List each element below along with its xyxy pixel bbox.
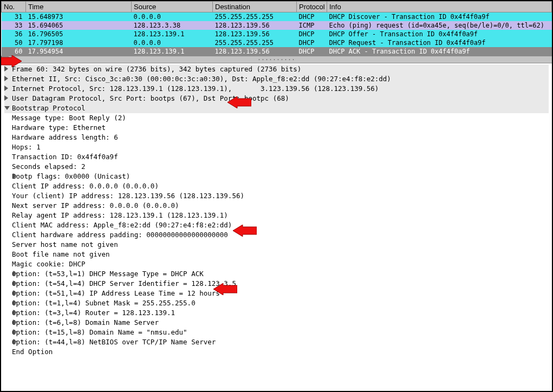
packet-cell-proto: ICMP	[297, 21, 327, 30]
packet-cell-info: DHCP Request - Transaction ID 0x4f4f0a9f	[327, 38, 552, 47]
packet-row[interactable]: 3616.796505128.123.139.1128.123.139.56DH…	[2, 30, 552, 38]
detail-field-text: Option: (t=54,l=4) DHCP Server Identifie…	[12, 279, 236, 288]
detail-field[interactable]: Option: (t=51,l=4) IP Address Lease Time…	[4, 289, 549, 298]
packet-cell-info: DHCP ACK - Transaction ID 0x4f4f0a9f	[327, 47, 552, 56]
detail-field-text: Client MAC address: Apple_f8:e2:dd (90:2…	[12, 221, 232, 229]
col-header-time[interactable]: Time	[26, 2, 132, 12]
expand-icon[interactable]	[13, 319, 18, 325]
packet-cell-time: 17.954954	[26, 47, 132, 56]
detail-field: Seconds elapsed: 2	[4, 162, 549, 172]
detail-field[interactable]: Option: (t=3,l=4) Router = 128.123.139.1	[4, 308, 549, 318]
packet-cell-time: 15.694065	[26, 21, 132, 30]
col-header-no[interactable]: No.	[2, 2, 26, 12]
expand-icon[interactable]	[13, 339, 18, 344]
detail-field-text: Option: (t=6,l=8) Domain Name Server	[12, 318, 159, 326]
col-header-info[interactable]: Info	[327, 2, 552, 12]
detail-bootp[interactable]: Bootstrap Protocol	[4, 103, 549, 113]
detail-field: Server host name not given	[4, 240, 549, 250]
detail-field[interactable]: Option: (t=54,l=4) DHCP Server Identifie…	[4, 279, 549, 289]
packet-cell-no: 36	[2, 30, 26, 38]
packet-cell-proto: DHCP	[297, 30, 327, 38]
expand-icon[interactable]	[13, 310, 18, 315]
detail-field-text: Transaction ID: 0x4f4f0a9f	[12, 153, 118, 161]
detail-field-text: Option: (t=44,l=8) NetBIOS over TCP/IP N…	[12, 338, 216, 346]
col-header-source[interactable]: Source	[132, 2, 213, 12]
packet-cell-src: 128.123.139.1	[132, 47, 213, 56]
detail-field[interactable]: Option: (t=6,l=8) Domain Name Server	[4, 318, 549, 328]
packet-cell-time: 15.648973	[26, 12, 132, 22]
expand-icon[interactable]	[13, 329, 18, 335]
expand-icon[interactable]	[13, 280, 18, 286]
detail-field-text: Seconds elapsed: 2	[12, 162, 85, 171]
expand-icon[interactable]	[4, 66, 10, 71]
detail-field-text: Your (client) IP address: 128.123.139.56…	[12, 192, 244, 200]
detail-field[interactable]: Option: (t=53,l=1) DHCP Message Type = D…	[4, 269, 549, 279]
detail-field: Hardware type: Ethernet	[4, 123, 549, 133]
detail-field[interactable]: Option: (t=44,l=8) NetBIOS over TCP/IP N…	[4, 337, 549, 347]
detail-field-text: Client hardware address padding: 0000000…	[12, 231, 228, 239]
detail-field: End Option	[4, 347, 549, 357]
col-header-protocol[interactable]: Protocol	[297, 2, 327, 12]
expand-icon[interactable]	[13, 300, 18, 305]
detail-field-text: Magic cookie: DHCP	[12, 260, 85, 268]
expand-icon[interactable]	[4, 86, 10, 91]
detail-field-text: Server host name not given	[12, 240, 118, 249]
detail-field: Client IP address: 0.0.0.0 (0.0.0.0)	[4, 181, 549, 191]
packet-cell-proto: DHCP	[297, 12, 327, 22]
detail-field: Client MAC address: Apple_f8:e2:dd (90:2…	[4, 220, 549, 230]
detail-udp[interactable]: User Datagram Protocol, Src Port: bootps…	[4, 94, 549, 103]
pane-resize-grip[interactable]: ··········	[257, 57, 295, 63]
packet-details-pane: Frame 60: 342 bytes on wire (2736 bits),…	[1, 63, 552, 359]
detail-field-text: Relay agent IP address: 128.123.139.1 (1…	[12, 211, 228, 219]
packet-row[interactable]: 5017.7971980.0.0.0255.255.255.255DHCPDHC…	[2, 38, 552, 47]
packet-cell-src: 128.123.139.1	[132, 30, 213, 38]
packet-cell-time: 17.797198	[26, 38, 132, 47]
packet-cell-no: 33	[2, 21, 26, 30]
horizontal-scrollbar[interactable]: ··········	[1, 56, 552, 63]
expand-icon[interactable]	[13, 290, 18, 296]
detail-field: Client hardware address padding: 0000000…	[4, 230, 549, 240]
packet-row[interactable]: 3315.694065128.123.3.38128.123.139.56ICM…	[2, 21, 552, 30]
expand-icon[interactable]	[4, 76, 10, 81]
col-header-destination[interactable]: Destination	[213, 2, 297, 12]
packet-cell-no: 31	[2, 12, 26, 22]
detail-frame[interactable]: Frame 60: 342 bytes on wire (2736 bits),…	[4, 64, 549, 74]
detail-field[interactable]: Option: (t=15,l=8) Domain Name = "nmsu.e…	[4, 328, 549, 337]
expand-icon[interactable]	[13, 173, 18, 179]
detail-field[interactable]: Bootp flags: 0x0000 (Unicast)	[4, 172, 549, 181]
packet-list-header: No. Time Source Destination Protocol Inf…	[2, 2, 552, 12]
packet-cell-src: 0.0.0.0	[132, 12, 213, 22]
packet-cell-info: DHCP Discover - Transaction ID 0x4f4f0a9…	[327, 12, 552, 22]
detail-ip[interactable]: Internet Protocol, Src: 128.123.139.1 (1…	[4, 84, 549, 94]
packet-list-body: 3115.6489730.0.0.0255.255.255.255DHCPDHC…	[2, 12, 552, 56]
packet-cell-src: 128.123.3.38	[132, 21, 213, 30]
detail-field: Boot file name not given	[4, 250, 549, 259]
packet-row[interactable]: 3115.6489730.0.0.0255.255.255.255DHCPDHC…	[2, 12, 552, 22]
detail-field-text: End Option	[12, 348, 53, 356]
detail-field-text: Option: (t=3,l=4) Router = 128.123.139.1	[12, 309, 175, 317]
detail-field: Hops: 1	[4, 142, 549, 152]
expand-icon[interactable]	[13, 271, 18, 276]
collapse-icon[interactable]	[4, 105, 10, 110]
packet-cell-src: 0.0.0.0	[132, 38, 213, 47]
detail-field[interactable]: Option: (t=1,l=4) Subnet Mask = 255.255.…	[4, 298, 549, 308]
packet-cell-proto: DHCP	[297, 47, 327, 56]
packet-cell-dst: 255.255.255.255	[213, 38, 297, 47]
detail-field: Your (client) IP address: 128.123.139.56…	[4, 191, 549, 201]
detail-field-text: Hops: 1	[12, 143, 41, 151]
detail-field: Next server IP address: 0.0.0.0 (0.0.0.0…	[4, 201, 549, 211]
expand-icon[interactable]	[4, 95, 10, 101]
packet-list-table: No. Time Source Destination Protocol Inf…	[1, 1, 552, 56]
detail-field-text: Option: (t=15,l=8) Domain Name = "nmsu.e…	[12, 328, 187, 336]
detail-field-text: Boot file name not given	[12, 250, 110, 258]
scroll-left-button[interactable]	[1, 56, 9, 63]
detail-ethernet[interactable]: Ethernet II, Src: Cisco_3c:a0:30 (00:00:…	[4, 74, 549, 84]
detail-field: Message type: Boot Reply (2)	[4, 113, 549, 123]
packet-cell-dst: 128.123.139.56	[213, 47, 297, 56]
packet-cell-dst: 128.123.139.56	[213, 30, 297, 38]
detail-field-text: Option: (t=1,l=4) Subnet Mask = 255.255.…	[12, 299, 196, 307]
detail-field: Hardware address length: 6	[4, 133, 549, 142]
packet-cell-no: 60	[2, 47, 26, 56]
packet-row[interactable]: 6017.954954128.123.139.1128.123.139.56DH…	[2, 47, 552, 56]
detail-field-text: Client IP address: 0.0.0.0 (0.0.0.0)	[12, 182, 159, 190]
